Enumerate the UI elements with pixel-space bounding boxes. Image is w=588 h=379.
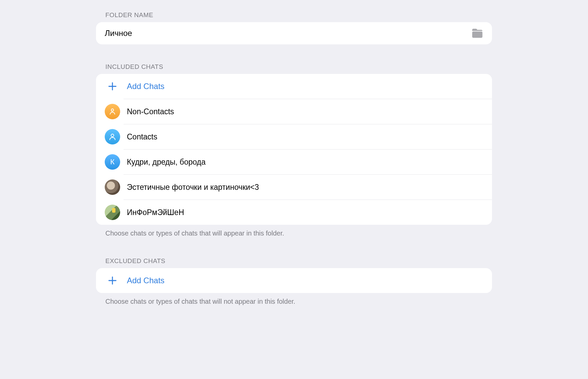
included-description: Choose chats or types of chats that will… — [96, 225, 492, 238]
included-section-label: INCLUDED CHATS — [96, 63, 492, 74]
included-item-contacts[interactable]: Contacts — [96, 124, 492, 149]
included-item-estetichnye[interactable]: Эстетичные фоточки и картиночки<3 — [96, 175, 492, 200]
folder-icon[interactable] — [471, 28, 483, 38]
included-item-label: Contacts — [127, 132, 157, 141]
photo-avatar-icon — [105, 179, 120, 195]
plus-icon — [105, 79, 120, 94]
svg-point-5 — [111, 134, 114, 137]
included-item-information[interactable]: ИнФоРмЭйШеН — [96, 200, 492, 225]
included-item-kudri[interactable]: К Кудри, дреды, борода — [96, 150, 492, 174]
included-card: Add Chats ? Non-Contacts Contacts — [96, 74, 492, 225]
add-included-chats-button[interactable]: Add Chats — [96, 74, 492, 99]
add-excluded-chats-button[interactable]: Add Chats — [96, 268, 492, 293]
svg-rect-0 — [472, 32, 482, 38]
folder-name-section-label: FOLDER NAME — [96, 11, 492, 22]
included-item-label: ИнФоРмЭйШеН — [127, 208, 184, 217]
letter-avatar-icon: К — [105, 154, 120, 170]
plus-icon — [105, 273, 120, 288]
included-item-label: Эстетичные фоточки и картиночки<3 — [127, 183, 259, 192]
excluded-section-label: EXCLUDED CHATS — [96, 257, 492, 268]
folder-name-input[interactable] — [105, 29, 471, 38]
included-item-non-contacts[interactable]: ? Non-Contacts — [96, 99, 492, 124]
excluded-card: Add Chats — [96, 268, 492, 293]
contacts-icon — [105, 129, 120, 144]
add-excluded-label: Add Chats — [127, 276, 164, 285]
photo-avatar-icon — [105, 205, 120, 220]
svg-text:?: ? — [111, 110, 112, 113]
included-item-label: Non-Contacts — [127, 107, 174, 116]
excluded-description: Choose chats or types of chats that will… — [96, 293, 492, 306]
non-contacts-icon: ? — [105, 104, 120, 119]
add-included-label: Add Chats — [127, 82, 164, 91]
folder-name-card — [96, 22, 492, 44]
included-item-label: Кудри, дреды, борода — [127, 158, 205, 167]
